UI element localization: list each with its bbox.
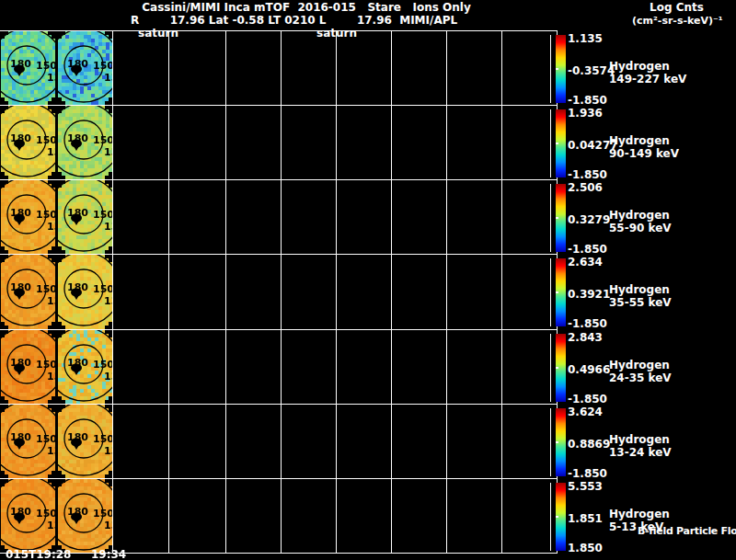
skymap-frame2-canvas <box>58 405 112 478</box>
colorbar-canvas <box>556 408 566 476</box>
energy-range-label: 55-90 keV <box>609 223 672 234</box>
colorbar-canvas <box>556 258 566 326</box>
colorbar-axis <box>550 35 551 103</box>
saturn-marker-label: saturn <box>316 28 357 40</box>
start-timestamp: 015T19:28 <box>6 549 71 560</box>
colorbar-axis <box>550 483 551 551</box>
colorbar-canvas <box>556 334 566 402</box>
skymap-frame2-canvas <box>58 31 112 105</box>
colorbar-mid-value: -0.3574 <box>568 65 615 77</box>
energy-channel-row: 2.634 0.3921 -1.850 Hydrogen 35-55 keV <box>0 254 736 329</box>
skymap-frame1-canvas <box>1 180 55 254</box>
colorbar-max-value: 3.624 <box>568 406 603 418</box>
colorbar-mid-value: 0.3279 <box>568 214 610 226</box>
skymap-frame1-canvas <box>1 479 55 553</box>
colorbar-canvas <box>556 483 566 551</box>
colorbar-max-value: 2.506 <box>568 182 603 194</box>
energy-range-label: 24-35 keV <box>609 372 672 384</box>
skymap-frame1-canvas <box>1 31 55 105</box>
colorbar-canvas <box>556 35 566 103</box>
spacecraft-position-line: R 17.96 Lat -0.58 LT 0210 L 17.96 MIMI/A… <box>131 15 457 27</box>
energy-channel-row: 2.506 0.3279 -1.850 Hydrogen 55-90 keV <box>0 179 736 254</box>
energy-range-label: 149-227 keV <box>609 74 686 86</box>
bfield-particle-flow-label: B-field Particle Flow <box>638 525 736 537</box>
energy-channel-row: 1.936 0.04277 -1.850 Hydrogen 90-149 keV <box>0 105 736 179</box>
colorbar-canvas <box>556 184 566 252</box>
skymap-frame2-canvas <box>58 479 112 553</box>
energy-range-label: 13-24 keV <box>609 447 672 459</box>
species-label: Hydrogen <box>609 135 670 147</box>
colorbar-max-value: 2.634 <box>568 257 603 269</box>
colorbar-min-value: 1.850 <box>568 543 603 554</box>
skymap-frame1-canvas <box>1 330 55 404</box>
skymap-frame2-canvas <box>58 255 112 329</box>
colorbar-axis <box>550 109 551 177</box>
colorbar-max-value: 1.135 <box>568 33 603 45</box>
end-timestamp: 19:34 <box>91 549 126 560</box>
colorbar-axis <box>550 184 551 252</box>
page-title: Cassini/MIMI Inca mTOF 2016-015 Stare Io… <box>118 2 495 14</box>
saturn-marker-label: saturn <box>138 28 178 40</box>
energy-channel-row: 5.553 1.851 1.850 Hydrogen 5-13 keV <box>0 478 736 553</box>
energy-channel-row: 2.843 0.4966 -1.850 Hydrogen 24-35 keV <box>0 329 736 404</box>
skymap-frame2-canvas <box>58 180 112 254</box>
colorbar-units-line2: (cm²-sr-s-keV)⁻¹ <box>632 15 723 27</box>
energy-channel-row: 1.135 -0.3574 -1.850 Hydrogen 149-227 ke… <box>0 30 736 105</box>
energy-channel-row: 3.624 0.8869 -1.850 Hydrogen 13-24 keV <box>0 404 736 478</box>
colorbar-mid-value: 0.8869 <box>568 439 610 451</box>
colorbar-axis <box>550 334 551 402</box>
species-label: Hydrogen <box>609 210 670 222</box>
species-label: Hydrogen <box>609 360 670 371</box>
skymap-frame1-canvas <box>1 405 55 478</box>
species-label: Hydrogen <box>609 509 670 520</box>
colorbar-axis <box>550 408 551 476</box>
colorbar-mid-value: 1.851 <box>568 513 603 525</box>
species-label: Hydrogen <box>609 434 670 446</box>
colorbar-mid-value: 0.4966 <box>568 364 610 376</box>
colorbar-canvas <box>556 109 566 177</box>
skymap-frame1-canvas <box>1 106 55 179</box>
colorbar-max-value: 2.843 <box>568 332 603 344</box>
colorbar-max-value: 1.936 <box>568 108 603 120</box>
species-label: Hydrogen <box>609 284 670 296</box>
skymap-frame1-canvas <box>1 255 55 329</box>
energy-range-label: 90-149 keV <box>609 148 679 160</box>
colorbar-units-line1: Log Cnts <box>650 2 704 14</box>
skymap-frame2-canvas <box>58 106 112 179</box>
colorbar-max-value: 5.553 <box>568 481 603 493</box>
colorbar-mid-value: 0.3921 <box>568 289 610 301</box>
skymap-frame2-canvas <box>58 330 112 404</box>
energy-range-label: 35-55 keV <box>609 297 672 309</box>
species-label: Hydrogen <box>609 61 670 73</box>
colorbar-axis <box>550 258 551 326</box>
